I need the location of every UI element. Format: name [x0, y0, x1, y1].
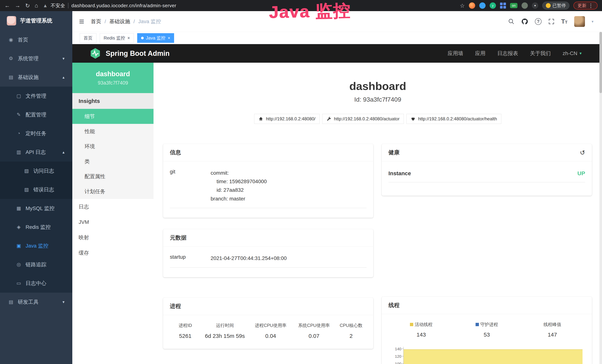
close-icon[interactable]: × — [168, 36, 170, 40]
sidebar-item-mappings[interactable]: 映射 — [72, 230, 153, 245]
github-icon[interactable] — [521, 18, 528, 25]
breadcrumb-infrastructure[interactable]: 基础设施 — [109, 18, 130, 25]
app-logo-row[interactable]: 芋道管理系统 — [0, 11, 72, 30]
sba-nav-journal[interactable]: 日志报表 — [497, 50, 518, 57]
update-button[interactable]: 更新 ⋮ — [573, 2, 598, 10]
insights-item-details[interactable]: 细节 — [72, 109, 153, 124]
health-card: 健康 ↺ Instance UP — [382, 144, 592, 196]
insights-item-environment[interactable]: 环境 — [72, 139, 153, 154]
extension-puzzle-icon[interactable]: ✦ — [532, 2, 538, 9]
sidebar-item-error-logs[interactable]: ▧ 错误日志 — [0, 180, 72, 199]
user-avatar[interactable] — [574, 16, 585, 27]
sidebar-item-access-logs[interactable]: ▧ 访问日志 — [0, 161, 72, 180]
close-icon[interactable]: × — [127, 36, 130, 40]
threads-card: 线程 活动线程 143 — [382, 297, 592, 364]
redis-icon: ◈ — [16, 224, 22, 230]
metadata-card-body: startup 2021-04-27T00:44:31.254+08:00 — [163, 247, 373, 277]
breadcrumb-home[interactable]: 首页 — [91, 18, 101, 25]
font-size-icon[interactable]: TT — [561, 18, 568, 25]
bookmark-star-icon[interactable]: ☆ — [460, 2, 465, 9]
page-scrollbar[interactable] — [599, 32, 602, 364]
url-text[interactable]: dashboard.yudao.iocoder.cn/infra/admin-s… — [71, 3, 176, 9]
scrollbar-thumb[interactable] — [599, 32, 602, 93]
sidebar-item-mysql-monitor[interactable]: ▦ MySQL 监控 — [0, 199, 72, 218]
status-badge: UP — [577, 170, 585, 177]
instance-header[interactable]: dashboard 93a3fc7f7409 — [72, 63, 153, 93]
sidebar-item-jvm[interactable]: JVM — [72, 214, 153, 230]
info-key: git — [170, 169, 211, 203]
metadata-card: 元数据 startup 2021-04-27T00:44:31.254+08:0… — [163, 229, 373, 277]
divider — [68, 3, 68, 8]
insights-section-label: Insights — [72, 93, 153, 109]
insights-item-config-props[interactable]: 配置属性 — [72, 169, 153, 184]
sidebar-item-java-monitor[interactable]: ▣ Java 监控 — [0, 236, 72, 255]
search-icon[interactable] — [508, 18, 515, 25]
back-icon[interactable]: ← — [4, 2, 10, 9]
extension-icon[interactable] — [469, 2, 475, 9]
smiley-icon — [546, 3, 551, 8]
chevron-down-icon[interactable]: ▾ — [592, 19, 593, 24]
instance-name: dashboard — [96, 70, 130, 78]
sidebar-item-infrastructure[interactable]: ▤ 基础设施 ▴ — [0, 68, 72, 86]
sidebar-item-api-logs[interactable]: ▥ API 日志 ▴ — [0, 143, 72, 161]
java-monitor-icon: ▣ — [16, 243, 22, 249]
main-content: dashboard Id: 93a3fc7f7409 http://192.16… — [153, 63, 602, 364]
extension-icon[interactable] — [479, 2, 485, 9]
tab-home[interactable]: 首页 — [80, 33, 97, 43]
access-log-icon: ▧ — [23, 168, 30, 174]
address-bar[interactable]: ▲ 不安全 dashboard.yudao.iocoder.cn/infra/a… — [43, 2, 176, 9]
sidebar-item-logs[interactable]: 日志 — [72, 199, 153, 214]
tracing-icon: ◎ — [16, 262, 22, 268]
process-col-system-cpu: 系统CPU使用率 0.07 — [292, 322, 336, 339]
insights-item-classes[interactable]: 类 — [72, 154, 153, 169]
sba-nav-applications[interactable]: 应用 — [475, 50, 485, 57]
kebab-menu-icon[interactable]: ⋮ — [588, 3, 593, 9]
hamburger-icon[interactable]: ≡ — [79, 17, 84, 26]
metadata-value: 2021-04-27T00:44:31.254+08:00 — [211, 254, 366, 263]
sidebar-item-home[interactable]: ◉ 首页 — [0, 30, 72, 49]
tab-java-monitor[interactable]: Java 监控 × — [137, 33, 174, 43]
log-center-icon: ▭ — [16, 280, 22, 286]
service-url-link[interactable]: http://192.168.0.2:48080/ — [254, 114, 320, 124]
api-log-icon: ▥ — [16, 149, 22, 155]
sidebar-item-file-management[interactable]: ▢ 文件管理 — [0, 86, 72, 105]
help-icon[interactable]: ? — [535, 18, 542, 25]
sidebar-item-system[interactable]: ⚙ 系统管理 ▾ — [0, 49, 72, 68]
tab-redis-monitor[interactable]: Redis 监控 × — [100, 33, 134, 43]
info-card-header: 信息 — [163, 144, 373, 161]
sba-nav-wallboard[interactable]: 应用墙 — [448, 50, 463, 57]
insights-item-scheduled-tasks[interactable]: 计划任务 — [72, 184, 153, 199]
sidebar-item-log-center[interactable]: ▭ 日志中心 — [0, 274, 72, 293]
home-icon[interactable]: ⌂ — [35, 2, 38, 9]
forward-icon[interactable]: → — [15, 2, 20, 9]
extension-grid-icon[interactable] — [500, 3, 506, 9]
sidebar-item-scheduled-tasks[interactable]: ◔ 定时任务 — [0, 124, 72, 143]
actuator-url-link[interactable]: http://192.168.0.2:48080/actuator — [322, 114, 404, 124]
health-url-link[interactable]: http://192.168.0.2:48080/actuator/health — [406, 114, 501, 124]
chevron-down-icon: ▾ — [63, 300, 64, 304]
info-value: commit: time: 1596289704000 id: 27aa832 … — [211, 169, 366, 203]
extension-on-icon[interactable]: on — [510, 3, 517, 8]
gear-icon: ⚙ — [8, 56, 14, 61]
sba-brand[interactable]: Spring Boot Admin — [89, 47, 170, 59]
threads-chart-y-axis: 140 120 100 — [388, 347, 403, 364]
sba-nav-about[interactable]: 关于我们 — [530, 50, 551, 57]
info-git-row: git commit: time: 1596289704000 id: 27aa… — [170, 169, 366, 208]
sidebar-item-redis-monitor[interactable]: ◈ Redis 监控 — [0, 218, 72, 236]
reload-icon[interactable]: ↻ — [25, 2, 30, 9]
sidebar-item-caches[interactable]: 缓存 — [72, 245, 153, 260]
breadcrumb-current: Java 监控 — [138, 18, 161, 25]
sba-brand-text: Spring Boot Admin — [106, 50, 170, 57]
sidebar-item-config-management[interactable]: ✎ 配置管理 — [0, 105, 72, 124]
extension-icon[interactable]: y — [490, 2, 496, 9]
sidebar-item-dev-tools[interactable]: ▤ 研发工具 ▾ — [0, 293, 72, 311]
extension-leaf-icon[interactable] — [522, 2, 528, 9]
insights-item-metrics[interactable]: 性能 — [72, 124, 153, 139]
process-card: 进程 进程ID 5261 运行时间 6d 23h 15m 59s 进程C — [163, 298, 373, 349]
fullscreen-icon[interactable] — [548, 18, 555, 25]
sba-locale-select[interactable]: zh-CN ▾ — [563, 50, 582, 56]
history-icon[interactable]: ↺ — [580, 149, 585, 156]
cards-grid: 信息 git commit: time: 1596289704000 id: 2… — [163, 144, 592, 364]
paused-badge[interactable]: 已暂停 — [542, 2, 569, 10]
sidebar-item-tracing[interactable]: ◎ 链路追踪 — [0, 255, 72, 274]
